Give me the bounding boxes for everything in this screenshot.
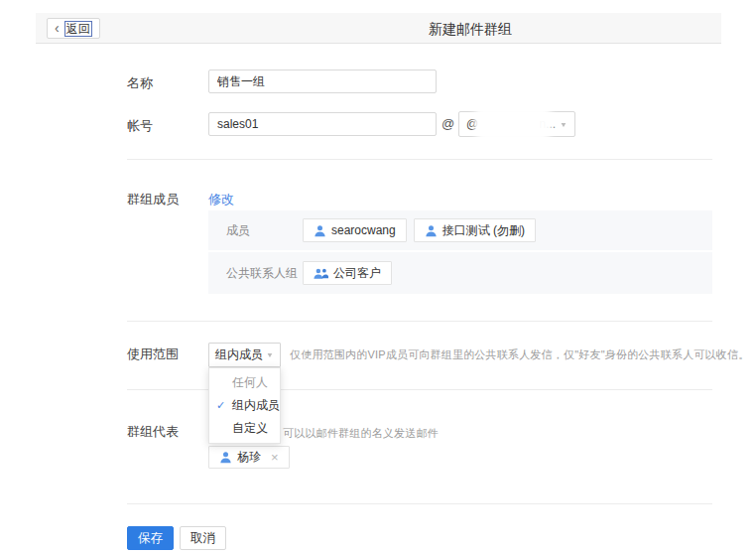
group-icon	[314, 267, 328, 280]
divider	[127, 321, 712, 322]
save-button[interactable]: 保存	[127, 526, 174, 550]
at-separator: @	[441, 116, 454, 131]
scope-hint: 仅使用范围内的VIP成员可向群组里的公共联系人发信，仅"好友"身份的公共联系人可…	[290, 347, 749, 362]
name-label: 名称	[127, 74, 153, 92]
scope-option-label: 自定义	[232, 420, 268, 437]
member-tag-label: searocwang	[331, 223, 396, 237]
back-button[interactable]: ‹ 返回	[47, 18, 100, 39]
scope-select[interactable]: 组内成员 ▼	[208, 343, 281, 367]
domain-suffix: n...	[539, 117, 556, 131]
divider	[127, 159, 712, 160]
scope-label: 使用范围	[127, 346, 179, 363]
back-label: 返回	[64, 21, 92, 37]
account-input[interactable]	[208, 112, 437, 136]
remove-icon[interactable]: ×	[271, 451, 279, 464]
members-row-label: 成员	[226, 222, 303, 239]
member-tag[interactable]: 接口测试 (勿删)	[414, 218, 536, 242]
member-tag[interactable]: searocwang	[303, 218, 407, 242]
scope-option-label: 组内成员	[232, 397, 280, 414]
account-label: 帐号	[127, 117, 153, 135]
contact-group-tag-label: 公司客户	[333, 265, 381, 282]
representative-label: 群组代表	[127, 423, 179, 441]
page-header: ‹ 返回 新建邮件群组	[36, 13, 721, 44]
scope-option-label: 任何人	[232, 374, 268, 391]
member-tag-label: 接口测试 (勿删)	[442, 222, 525, 239]
scope-option-group-members[interactable]: ✓ 组内成员	[209, 394, 280, 417]
chevron-down-icon: ▼	[266, 351, 274, 359]
scope-selected-value: 组内成员	[215, 346, 263, 363]
page-title: 新建邮件群组	[429, 21, 512, 39]
scope-dropdown-menu: ✓ 任何人 ✓ 组内成员 ✓ 自定义	[208, 367, 281, 444]
back-chevron-icon: ‹	[55, 21, 60, 35]
person-icon	[314, 224, 326, 237]
chevron-down-icon: ▼	[560, 120, 567, 128]
contact-group-row-label: 公共联系人组	[226, 265, 303, 282]
representative-tag-label: 杨珍	[237, 449, 261, 466]
scope-option-anyone[interactable]: ✓ 任何人	[209, 371, 280, 394]
members-row: 成员 searocwang 接口测试 (勿删)	[208, 210, 712, 250]
check-icon: ✓	[216, 399, 229, 412]
name-input[interactable]	[208, 69, 437, 93]
cancel-button[interactable]: 取消	[180, 526, 226, 550]
domain-prefix: @	[466, 117, 478, 131]
divider	[127, 503, 712, 504]
person-icon	[219, 451, 232, 464]
domain-select[interactable]: @ n... ▼	[458, 111, 575, 137]
contact-group-row: 公共联系人组 公司客户	[208, 252, 712, 294]
representative-hint: 可以以邮件群组的名义发送邮件	[283, 426, 439, 441]
create-mail-group-page: ‹ 返回 新建邮件群组 名称 帐号 @ @ n... ▼ 群组成员 修改 成员 …	[0, 0, 756, 554]
representative-tag[interactable]: 杨珍 ×	[208, 446, 290, 469]
modify-members-link[interactable]: 修改	[208, 191, 234, 208]
scope-option-custom[interactable]: ✓ 自定义	[209, 417, 280, 440]
contact-group-tag[interactable]: 公司客户	[303, 261, 392, 285]
person-icon	[425, 224, 438, 237]
members-label: 群组成员	[127, 191, 179, 208]
